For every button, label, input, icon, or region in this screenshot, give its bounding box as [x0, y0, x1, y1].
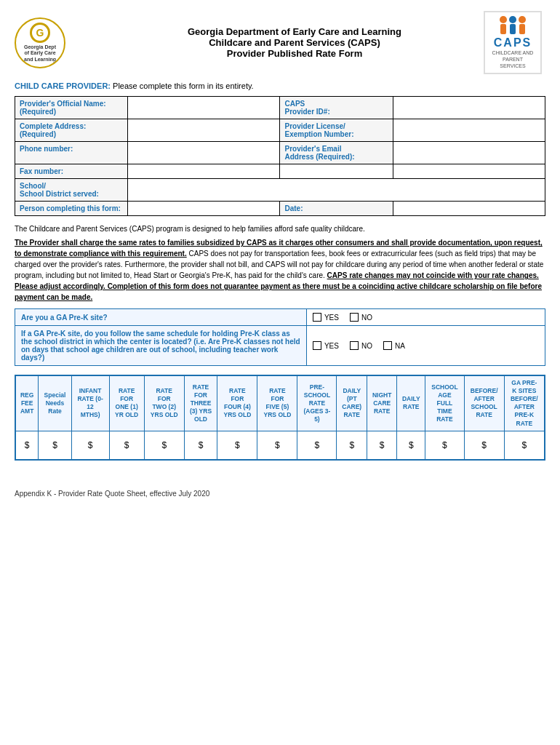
prek-q2-na-box[interactable] — [383, 341, 392, 350]
rate-th-night: NIGHTCARERATE — [367, 375, 397, 431]
logo-georgia: G Georgia Deptof Early Careand Learning — [15, 17, 109, 68]
prek-q1-yes-box[interactable] — [313, 313, 321, 322]
rate-td-three-yr[interactable]: $ — [184, 431, 217, 460]
prek-q1-no-box[interactable] — [350, 313, 359, 322]
prek-q2-yes-label: YES — [324, 342, 339, 350]
rate-td-four-yr[interactable]: $ — [217, 431, 257, 460]
prek-q2-options: YES NO NA — [313, 341, 539, 350]
figure-head-1 — [500, 16, 507, 23]
rate-td-prek-before-after[interactable]: $ — [504, 431, 545, 460]
prek-q1-options: YES NO — [313, 313, 539, 322]
policy-section: The Childcare and Parent Services (CAPS)… — [15, 223, 545, 303]
figure-2 — [509, 16, 516, 34]
provider-info-table: Provider's Official Name:(Required) CAPS… — [15, 96, 545, 216]
prek-q2-na-label: NA — [395, 342, 405, 350]
prek-q2-no-box[interactable] — [350, 341, 359, 350]
rate-th-before-after: BEFORE/AFTERSCHOOLRATE — [464, 375, 504, 431]
table-row-fax: Fax number: — [15, 164, 545, 179]
title-line1: Georgia Department of Early Care and Lea… — [109, 26, 480, 37]
rate-td-five-yr[interactable]: $ — [257, 431, 297, 460]
caps-id-value[interactable] — [393, 97, 545, 119]
phone-label: Phone number: — [15, 142, 128, 164]
provider-name-label: Provider's Official Name:(Required) — [15, 97, 128, 119]
figure-head-2 — [509, 16, 516, 23]
school-label: School/School District served: — [15, 179, 128, 202]
figure-1 — [500, 16, 507, 34]
rate-th-special-needs: SpecialNeedsRate — [39, 375, 71, 431]
rate-table: REGFEEAMT SpecialNeedsRate INFANTRATE (0… — [15, 375, 545, 461]
date-label: Date: — [280, 202, 393, 216]
header-title: Georgia Department of Early Care and Lea… — [109, 26, 480, 59]
caps-id-label: CAPSProvider ID#: — [280, 97, 393, 119]
policy-main: The Provider shall charge the same rates… — [15, 237, 545, 303]
caps-figures — [491, 16, 535, 34]
prek-row-2: If a GA Pre-K site, do you follow the sa… — [15, 326, 545, 366]
fax-empty-2 — [393, 164, 545, 179]
page-footer: Appendix K - Provider Rate Quote Sheet, … — [15, 490, 545, 498]
school-value[interactable] — [128, 179, 545, 202]
prek-q2-label: If a GA Pre-K site, do you follow the sa… — [15, 326, 307, 366]
rate-th-reg-fee: REGFEEAMT — [15, 375, 39, 431]
rate-td-daily[interactable]: $ — [397, 431, 425, 460]
rate-th-prek-before-after: GA PRE-K SITESBEFORE/AFTERPRE-KRATE — [504, 375, 545, 431]
rate-th-infant: INFANTRATE (0-12MTHS) — [71, 375, 109, 431]
fax-empty-1 — [280, 164, 393, 179]
rate-td-before-after[interactable]: $ — [464, 431, 504, 460]
address-value[interactable] — [128, 119, 280, 142]
rate-th-two-yr: RATEFORTWO (2)YRS OLD — [144, 375, 184, 431]
person-label: Person completing this form: — [15, 202, 128, 216]
email-label: Provider's EmailAddress (Required): — [280, 142, 393, 164]
rate-td-one-yr[interactable]: $ — [109, 431, 144, 460]
rate-th-four-yr: RATEFORFOUR (4)YRS OLD — [217, 375, 257, 431]
table-row-address: Complete Address:(Required) Provider Lic… — [15, 119, 545, 142]
footer-text: Appendix K - Provider Rate Quote Sheet, … — [15, 490, 209, 498]
figure-body-1 — [500, 24, 506, 34]
prek-q2-yes-box[interactable] — [313, 341, 321, 350]
fax-label: Fax number: — [15, 164, 128, 179]
rate-th-daily-pt: DAILY(PTCARE)RATE — [337, 375, 367, 431]
figure-body-3 — [519, 24, 525, 34]
rate-td-night[interactable]: $ — [367, 431, 397, 460]
prek-q2-no[interactable]: NO — [350, 341, 372, 350]
prek-q2-answer: YES NO NA — [306, 326, 545, 366]
title-line2: Childcare and Parent Services (CAPS) — [109, 37, 480, 48]
phone-value[interactable] — [128, 142, 280, 164]
figure-3 — [519, 16, 526, 34]
prek-questions-table: Are you a GA Pre-K site? YES NO If a GA … — [15, 308, 545, 366]
prek-q1-yes[interactable]: YES — [313, 313, 339, 322]
prek-q1-answer: YES NO — [306, 309, 545, 326]
license-value[interactable] — [393, 119, 545, 142]
rate-td-reg-fee[interactable]: $ — [15, 431, 39, 460]
fax-value[interactable] — [128, 164, 280, 179]
provider-label-bold: CHILD CARE PROVIDER: — [15, 81, 111, 90]
rate-th-preschool: PRE-SCHOOLRATE(AGES 3-5) — [297, 375, 337, 431]
prek-row-1: Are you a GA Pre-K site? YES NO — [15, 309, 545, 326]
rate-th-daily: DAILYRATE — [397, 375, 425, 431]
provider-instruction-text: Please complete this form in its entiret… — [113, 81, 254, 90]
date-value[interactable] — [393, 202, 545, 216]
rate-td-daily-pt[interactable]: $ — [337, 431, 367, 460]
prek-q2-yes[interactable]: YES — [313, 341, 339, 350]
provider-name-value[interactable] — [128, 97, 280, 119]
prek-q1-no[interactable]: NO — [350, 313, 372, 322]
rate-td-school-age[interactable]: $ — [425, 431, 464, 460]
prek-q2-no-label: NO — [361, 342, 372, 350]
rate-td-special-needs[interactable]: $ — [39, 431, 71, 460]
table-row-person: Person completing this form: Date: — [15, 202, 545, 216]
rate-td-infant[interactable]: $ — [71, 431, 109, 460]
prek-q2-na[interactable]: NA — [383, 341, 405, 350]
georgia-dept-logo: G Georgia Deptof Early Careand Learning — [15, 17, 65, 68]
email-value[interactable] — [393, 142, 545, 164]
rate-th-five-yr: RATEFORFIVE (5)YRS OLD — [257, 375, 297, 431]
provider-instruction: CHILD CARE PROVIDER: Please complete thi… — [15, 81, 545, 90]
rate-data-row: $ $ $ $ $ $ $ $ $ $ $ $ $ $ $ — [15, 431, 545, 460]
figure-head-3 — [519, 16, 526, 23]
policy-intro: The Childcare and Parent Services (CAPS)… — [15, 223, 545, 234]
table-row-phone: Phone number: Provider's EmailAddress (R… — [15, 142, 545, 164]
rate-td-preschool[interactable]: $ — [297, 431, 337, 460]
caps-sub-text: CHILDCARE ANDPARENT SERVICES — [491, 49, 535, 69]
person-value[interactable] — [128, 202, 280, 216]
figure-body-2 — [510, 24, 516, 34]
prek-q1-label: Are you a GA Pre-K site? — [15, 309, 307, 326]
rate-td-two-yr[interactable]: $ — [144, 431, 184, 460]
